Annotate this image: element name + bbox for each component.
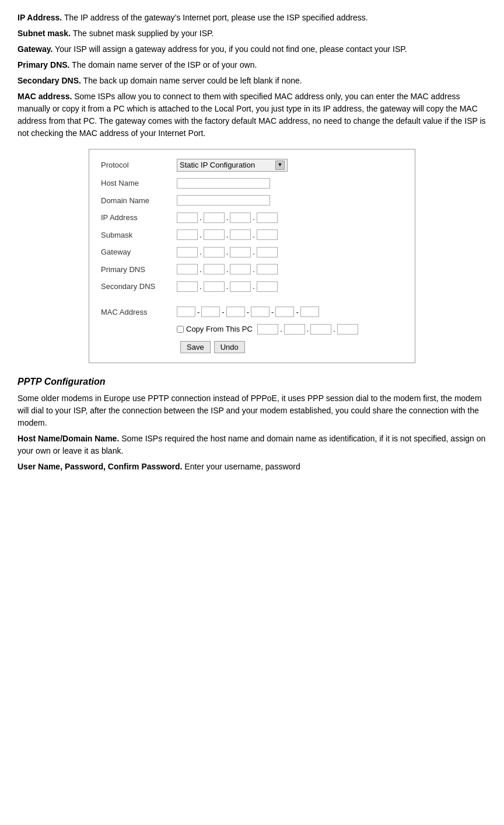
pptp-intro: Some older modems in Europe use PPTP con… <box>18 392 487 429</box>
form-buttons: Save Undo <box>101 341 403 353</box>
protocol-dropdown[interactable]: Static IP Configuration ▼ <box>177 159 288 172</box>
static-ip-form: Protocol Static IP Configuration ▼ Host … <box>89 149 415 363</box>
primary-dns-octet-1[interactable] <box>177 264 198 274</box>
ip-dot-2: . <box>226 212 229 224</box>
pptp-host-name-para: Host Name/Domain Name. Some ISPs require… <box>18 433 487 457</box>
ip-octet-4[interactable] <box>257 213 278 223</box>
secondary-dns-octet-4[interactable] <box>257 281 278 292</box>
primary-dns-octet-4[interactable] <box>257 264 278 274</box>
primary-dns-label: Primary DNS <box>101 264 177 276</box>
primary-dns-octet-2[interactable] <box>204 264 225 274</box>
gateway-dot-3: . <box>253 246 255 258</box>
pptp-section: PPTP Configuration Some older modems in … <box>18 375 487 473</box>
mac-dash-3: - <box>247 307 249 318</box>
mac-octet-1[interactable] <box>177 307 195 317</box>
dropdown-arrow-icon[interactable]: ▼ <box>275 161 285 170</box>
mac-octet-4[interactable] <box>251 307 270 317</box>
pptp-host-name-bold: Host Name/Domain Name. <box>18 434 119 443</box>
secondary-dns-text: The back up domain name server could be … <box>81 76 302 85</box>
ip-address-row: IP Address . . . <box>101 212 403 224</box>
gateway-inputs: . . . <box>177 246 278 258</box>
secondary-dns-dot-1: . <box>200 281 202 293</box>
gateway-octet-4[interactable] <box>257 247 278 257</box>
mac-octet-5[interactable] <box>275 307 294 317</box>
intro-paragraphs: IP Address. The IP address of the gatewa… <box>18 12 487 140</box>
mac-octet-3[interactable] <box>226 307 245 317</box>
submask-inputs: . . . <box>177 229 278 241</box>
mac-dash-4: - <box>271 307 274 318</box>
primary-dns-inputs: . . . <box>177 264 278 276</box>
copy-pc-octet-4[interactable] <box>337 324 358 335</box>
copy-pc-octet-1[interactable] <box>257 324 278 335</box>
mac-octet-6[interactable] <box>300 307 319 317</box>
ip-dot-1: . <box>200 212 202 224</box>
gateway-label: Gateway <box>101 246 177 258</box>
copy-from-pc-ip-inputs: . . . <box>257 323 358 335</box>
pptp-user-name-para: User Name, Password, Confirm Password. E… <box>18 461 487 473</box>
secondary-dns-octet-2[interactable] <box>204 281 225 292</box>
domain-name-row: Domain Name <box>101 195 403 207</box>
secondary-dns-row: Secondary DNS . . . <box>101 281 403 293</box>
pptp-heading: PPTP Configuration <box>18 375 487 389</box>
gateway-octet-1[interactable] <box>177 247 198 257</box>
gateway-row: Gateway . . . <box>101 246 403 258</box>
gateway-dot-2: . <box>226 246 229 258</box>
secondary-dns-octet-3[interactable] <box>230 281 251 292</box>
copy-pc-dot-2: . <box>307 323 309 335</box>
host-name-row: Host Name <box>101 177 403 189</box>
copy-from-pc-checkbox[interactable] <box>177 326 184 333</box>
mac-address-inputs: - - - - - <box>177 307 319 318</box>
submask-octet-3[interactable] <box>230 229 251 240</box>
pptp-user-name-bold: User Name, Password, Confirm Password. <box>18 462 182 471</box>
mac-address-label: MAC Address <box>101 307 177 318</box>
host-name-input[interactable] <box>177 178 270 189</box>
mac-dash-1: - <box>197 307 200 318</box>
submask-row: Submask . . . <box>101 229 403 241</box>
primary-dns-dot-1: . <box>200 264 202 276</box>
copy-pc-octet-2[interactable] <box>284 324 305 335</box>
mac-dash-2: - <box>222 307 224 318</box>
submask-octet-1[interactable] <box>177 229 198 240</box>
mac-address-row: MAC Address - - - - - <box>101 307 403 318</box>
copy-pc-dot-1: . <box>280 323 282 335</box>
gateway-octet-2[interactable] <box>204 247 225 257</box>
gateway-para: Gateway. Your ISP will assign a gateway … <box>18 43 487 55</box>
ip-octet-2[interactable] <box>204 213 225 223</box>
subnet-mask-para: Subnet mask. The subnet mask supplied by… <box>18 27 487 40</box>
ip-octet-3[interactable] <box>230 213 251 223</box>
submask-octet-2[interactable] <box>204 229 225 240</box>
ip-address-inputs: . . . <box>177 212 278 224</box>
ip-address-label: IP Address <box>101 212 177 224</box>
primary-dns-octet-3[interactable] <box>230 264 251 274</box>
primary-dns-dot-3: . <box>253 264 255 276</box>
secondary-dns-octet-1[interactable] <box>177 281 198 292</box>
ip-address-bold: IP Address. <box>18 13 62 22</box>
ip-dot-3: . <box>253 212 255 224</box>
save-button[interactable]: Save <box>180 341 211 353</box>
mac-octet-2[interactable] <box>201 307 220 317</box>
undo-button[interactable]: Undo <box>214 341 245 353</box>
secondary-dns-label: Secondary DNS <box>101 281 177 293</box>
primary-dns-row: Primary DNS . . . <box>101 264 403 276</box>
protocol-label: Protocol <box>101 159 177 171</box>
protocol-row: Protocol Static IP Configuration ▼ <box>101 159 403 172</box>
ip-octet-1[interactable] <box>177 213 198 223</box>
secondary-dns-inputs: . . . <box>177 281 278 293</box>
submask-dot-1: . <box>200 229 202 241</box>
domain-name-input[interactable] <box>177 195 270 206</box>
submask-octet-4[interactable] <box>257 229 278 240</box>
mac-dash-5: - <box>296 307 298 318</box>
secondary-dns-bold: Secondary DNS. <box>18 76 81 85</box>
copy-from-pc-row: Copy From This PC . . . <box>101 323 403 335</box>
domain-name-label: Domain Name <box>101 195 177 207</box>
copy-pc-dot-3: . <box>333 323 335 335</box>
submask-label: Submask <box>101 229 177 241</box>
protocol-value: Static IP Configuration <box>180 159 255 171</box>
secondary-dns-dot-2: . <box>226 281 229 293</box>
mac-address-bold: MAC address. <box>18 92 72 101</box>
copy-pc-octet-3[interactable] <box>310 324 331 335</box>
spacer <box>101 298 403 307</box>
subnet-mask-text: The subnet mask supplied by your ISP. <box>71 29 214 38</box>
gateway-octet-3[interactable] <box>230 247 251 257</box>
ip-address-text: The IP address of the gateway’s Internet… <box>62 13 368 22</box>
